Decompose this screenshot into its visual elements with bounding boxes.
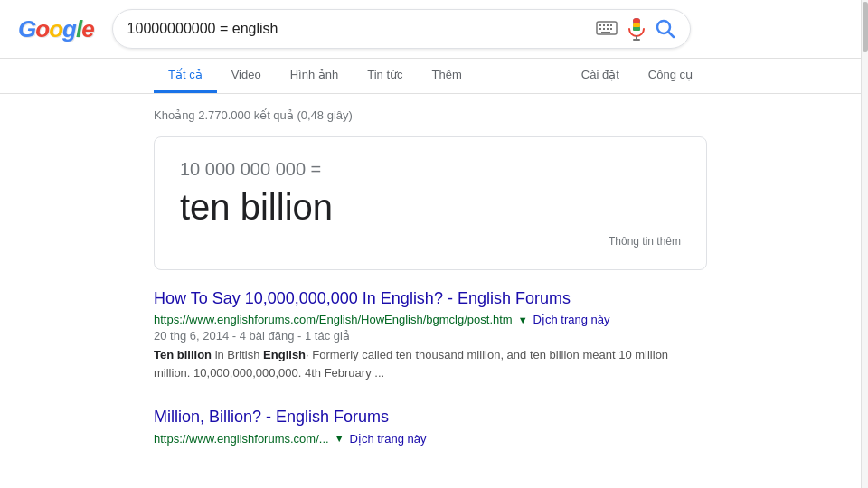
results-count: Khoảng 2.770.000 kết quả (0,48 giây) (154, 108, 707, 122)
tab-all[interactable]: Tất cả (154, 59, 217, 93)
result-url-row-1: https://www.englishforums.com/English/Ho… (154, 313, 707, 326)
result-title-2[interactable]: Million, Billion? - English Forums (154, 407, 707, 427)
result-item-2: Million, Billion? - English Forums https… (154, 407, 707, 445)
search-icons (596, 17, 675, 41)
result-url-arrow-1: ▼ (518, 314, 528, 325)
result-url-2: https://www.englishforums.com/... (154, 432, 329, 446)
result-title-1[interactable]: How To Say 10,000,000,000 In English? - … (154, 288, 707, 309)
result-meta-1: 20 thg 6, 2014 - 4 bài đăng - 1 tác giả (154, 329, 707, 343)
svg-rect-13 (633, 27, 640, 31)
svg-rect-7 (607, 28, 609, 30)
search-bar[interactable]: 10000000000 = english (112, 9, 691, 49)
search-input[interactable]: 10000000000 = english (127, 21, 587, 37)
tab-news[interactable]: Tin tức (353, 59, 417, 93)
svg-rect-11 (633, 18, 640, 23)
result-snippet-1: Ten billion in British English· Formerly… (154, 346, 707, 381)
tab-settings[interactable]: Cài đặt (567, 59, 634, 93)
result-translate-1[interactable]: Dịch trang này (533, 313, 610, 326)
snippet-info-link[interactable]: Thông tin thêm (180, 235, 681, 248)
result-translate-2[interactable]: Dịch trang này (350, 432, 427, 446)
logo-g: G (18, 15, 35, 42)
result-item: How To Say 10,000,000,000 In English? - … (154, 288, 707, 381)
logo[interactable]: Google (18, 17, 94, 41)
svg-rect-9 (601, 32, 610, 33)
svg-rect-8 (610, 28, 612, 30)
tab-more[interactable]: Thêm (418, 59, 476, 93)
header: Google 10000000000 = english (0, 0, 861, 59)
svg-rect-4 (610, 24, 612, 26)
logo-o2: o (49, 15, 62, 42)
keyboard-icon[interactable] (596, 21, 618, 37)
nav-tabs: Tất cả Video Hình ảnh Tin tức Thêm Cài đ… (0, 59, 861, 94)
svg-rect-6 (603, 28, 605, 30)
logo-g2: g (62, 15, 76, 42)
snippet-result: ten billion (180, 187, 681, 228)
svg-rect-1 (599, 24, 601, 26)
svg-rect-5 (599, 28, 601, 30)
nav-right: Cài đặt Công cụ (567, 59, 707, 93)
svg-rect-12 (633, 23, 640, 27)
tab-tools[interactable]: Công cụ (634, 59, 707, 93)
main-content: Khoảng 2.770.000 kết quả (0,48 giây) 10 … (0, 94, 861, 485)
search-icon[interactable] (656, 19, 675, 39)
result-url-arrow-2: ▼ (335, 433, 344, 444)
snippet-equation: 10 000 000 000 = (180, 159, 681, 180)
svg-line-17 (668, 33, 674, 38)
svg-rect-3 (607, 24, 609, 26)
svg-rect-2 (603, 24, 605, 26)
snippet-box: 10 000 000 000 = ten billion Thông tin t… (154, 136, 707, 270)
logo-e: e (81, 15, 93, 42)
result-url-row-2: https://www.englishforums.com/... ▼ Dịch… (154, 432, 707, 446)
tab-video[interactable]: Video (217, 59, 276, 93)
tab-images[interactable]: Hình ảnh (276, 59, 354, 93)
result-url-1: https://www.englishforums.com/English/Ho… (154, 313, 513, 326)
mic-icon[interactable] (628, 17, 645, 41)
logo-o1: o (35, 15, 49, 42)
